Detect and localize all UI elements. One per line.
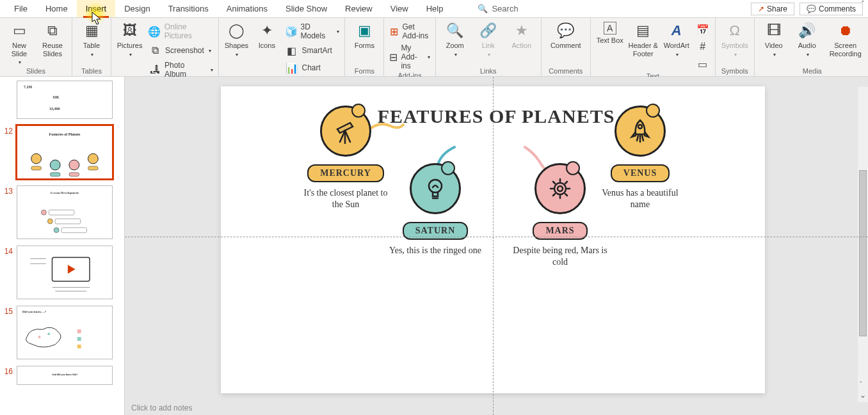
tab-file[interactable]: File xyxy=(5,0,36,17)
wordart-button[interactable]: AWordArt▾ xyxy=(661,19,692,58)
mercury-desc[interactable]: It's the closest planet to the Sun xyxy=(298,187,394,210)
slide-canvas[interactable]: ˆ⌄ Features of Planets Mercury It's the … xyxy=(125,77,868,415)
svg-rect-5 xyxy=(50,173,60,176)
scroll-down-arrow[interactable]: ⌄ xyxy=(860,391,866,400)
share-button[interactable]: ↗Share xyxy=(751,3,794,15)
share-icon: ↗ xyxy=(758,4,764,13)
svg-rect-23 xyxy=(77,337,81,341)
tab-slideshow[interactable]: Slide Show xyxy=(277,0,336,17)
table-button[interactable]: ▦Table▾ xyxy=(76,19,107,58)
svg-point-31 xyxy=(558,186,563,191)
comment-button[interactable]: 💬Comment xyxy=(545,19,586,50)
scroll-up-arrow[interactable]: ˆ xyxy=(860,380,862,388)
thumb15-title: Did you know…? xyxy=(22,310,46,313)
tab-help[interactable]: Help xyxy=(417,0,453,17)
shapes-button[interactable]: ◯Shapes▾ xyxy=(223,19,250,58)
collapse-ribbon-button[interactable]: ˆ xyxy=(858,0,868,10)
tab-view[interactable]: View xyxy=(382,0,417,17)
screenshot-button[interactable]: ⧉Screenshot▾ xyxy=(147,43,214,58)
action-button[interactable]: ★Action xyxy=(506,19,537,50)
my-addins-button[interactable]: ⊟My Add-ins▾ xyxy=(388,43,431,71)
slide-number-icon: # xyxy=(696,40,710,54)
slide-thumb-15[interactable]: Did you know…? xyxy=(17,306,113,359)
tab-insert[interactable]: Insert xyxy=(77,0,116,17)
3d-models-icon: 🧊 xyxy=(285,24,298,38)
main-area: 7.2M 10K 33,400 12 Features of Planets 1… xyxy=(0,77,868,415)
slide-thumb-13[interactable]: Lesson Development xyxy=(17,185,113,239)
comment-icon: 💬 xyxy=(807,4,816,13)
notes-placeholder[interactable]: Click to add notes xyxy=(131,403,192,412)
slide-thumb-16[interactable]: And did you know this? xyxy=(17,366,113,385)
screen-recording-button[interactable]: ⏺Screen Recording xyxy=(825,19,866,58)
thumb-num-14: 14 xyxy=(3,246,13,256)
pictures-button[interactable]: 🖼Pictures▾ xyxy=(115,19,144,58)
tab-review[interactable]: Review xyxy=(336,0,382,17)
search-label: Search xyxy=(492,4,518,13)
textbox-button[interactable]: AText Box xyxy=(595,19,625,45)
symbols-button[interactable]: ΩSymbols▾ xyxy=(719,19,750,58)
venus-desc[interactable]: Venus has a beautiful name xyxy=(592,187,688,210)
tab-animations[interactable]: Animations xyxy=(218,0,277,17)
slide-thumb-14[interactable] xyxy=(17,246,113,299)
online-pictures-button[interactable]: 🌐Online Pictures xyxy=(147,22,214,41)
screenshot-icon: ⧉ xyxy=(148,43,162,58)
group-label-comments: Comments xyxy=(545,67,586,76)
slide-thumb-11[interactable]: 7.2M 10K 33,400 xyxy=(17,81,113,119)
reuse-slides-button[interactable]: ⧉Reuse Slides xyxy=(37,19,68,58)
saturn-desc[interactable]: Yes, this is the ringed one xyxy=(387,245,483,256)
vertical-scrollbar[interactable]: ˆ⌄ xyxy=(858,87,868,402)
planet-mercury[interactable]: Mercury It's the closest planet to the S… xyxy=(298,106,394,210)
date-time-button[interactable]: 📅 xyxy=(695,22,711,37)
screen-recording-icon: ⏺ xyxy=(837,22,855,40)
svg-point-40 xyxy=(638,125,642,129)
tab-transitions[interactable]: Transitions xyxy=(159,0,218,17)
thumb-num-15: 15 xyxy=(3,306,13,316)
chart-button[interactable]: 📊Chart xyxy=(284,60,341,75)
audio-button[interactable]: 🔊Audio▾ xyxy=(792,19,823,58)
icons-button[interactable]: ✦Icons xyxy=(253,19,280,50)
video-button[interactable]: 🎞Video▾ xyxy=(759,19,789,58)
new-slide-button[interactable]: ▭New Slide▾ xyxy=(4,19,35,65)
svg-rect-8 xyxy=(49,210,74,215)
get-addins-button[interactable]: ⊞Get Add-ins xyxy=(388,22,431,41)
group-label-links: Links xyxy=(440,67,537,76)
mercury-badge[interactable]: Mercury xyxy=(307,164,384,182)
date-time-icon: 📅 xyxy=(696,22,710,36)
slide-number-button[interactable]: # xyxy=(695,39,711,54)
comments-button[interactable]: 💬Comments xyxy=(800,3,863,15)
scrollbar-thumb[interactable] xyxy=(859,170,867,336)
svg-rect-9 xyxy=(55,219,80,224)
mars-desc[interactable]: Despite being red, Mars is cold xyxy=(509,245,611,268)
slide-thumbnails-panel[interactable]: 7.2M 10K 33,400 12 Features of Planets 1… xyxy=(0,77,125,415)
object-button[interactable]: ▭ xyxy=(695,56,711,72)
svg-point-12 xyxy=(47,219,52,224)
svg-point-3 xyxy=(88,153,99,164)
planet-venus[interactable]: Venus Venus has a beautiful name xyxy=(592,106,688,210)
link-button[interactable]: 🔗Link▾ xyxy=(473,19,504,58)
object-icon: ▭ xyxy=(696,57,710,71)
3d-models-button[interactable]: 🧊3D Models▾ xyxy=(284,22,341,41)
share-label: Share xyxy=(767,4,787,13)
slide-thumb-12[interactable]: Features of Planets xyxy=(17,125,113,179)
header-footer-button[interactable]: ▤Header & Footer xyxy=(628,19,659,58)
textbox-icon: A xyxy=(604,22,616,35)
horizontal-guide xyxy=(125,237,868,237)
svg-rect-22 xyxy=(77,329,81,333)
svg-point-11 xyxy=(41,210,46,215)
slide-title[interactable]: Features of Planets xyxy=(374,106,618,127)
thumb-num-13: 13 xyxy=(3,185,13,196)
planet-saturn[interactable]: Saturn Yes, this is the ringed one xyxy=(387,163,483,256)
ribbon: ▭New Slide▾ ⧉Reuse Slides Slides ▦Table▾… xyxy=(0,18,868,77)
group-comments: 💬Comment Comments xyxy=(542,18,591,76)
group-slides: ▭New Slide▾ ⧉Reuse Slides Slides xyxy=(0,18,72,76)
smartart-button[interactable]: ◧SmartArt xyxy=(284,43,341,58)
search-box[interactable]: 🔍Search xyxy=(478,4,518,13)
zoom-icon: 🔍 xyxy=(446,22,464,40)
forms-button[interactable]: ▣Forms xyxy=(349,19,380,50)
zoom-button[interactable]: 🔍Zoom▾ xyxy=(440,19,470,58)
venus-badge[interactable]: Venus xyxy=(611,164,670,182)
tab-home[interactable]: Home xyxy=(36,0,77,17)
venus-circle xyxy=(615,106,666,157)
tab-design[interactable]: Design xyxy=(115,0,159,17)
svg-line-42 xyxy=(642,136,643,141)
